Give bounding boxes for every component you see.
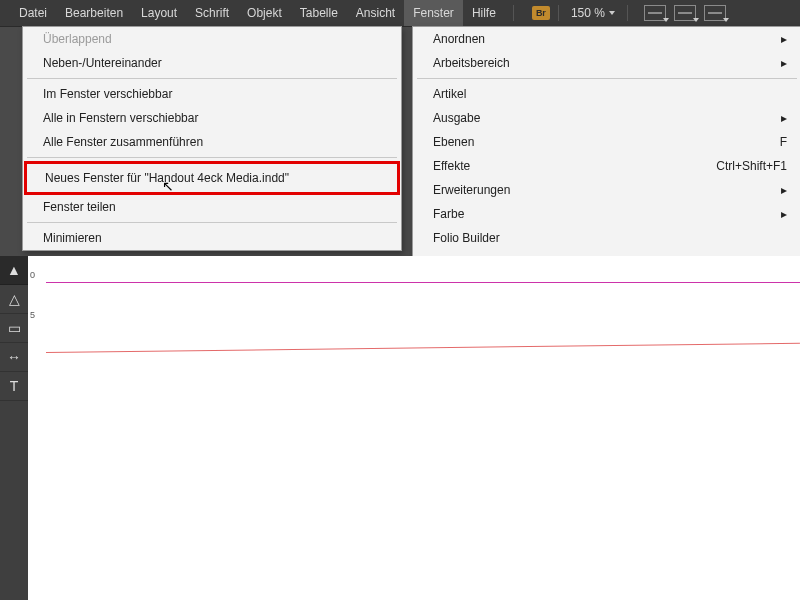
menu-ansicht[interactable]: Ansicht xyxy=(347,0,404,26)
zoom-dropdown[interactable]: 150 % xyxy=(567,6,619,20)
guide-line[interactable] xyxy=(46,282,800,283)
shortcut-text: Ctrl+Shift+F1 xyxy=(716,158,787,174)
menuitem-float-all[interactable]: Alle in Fenstern verschiebbar xyxy=(23,106,401,130)
menu-separator xyxy=(27,78,397,79)
menuitem-ausgabe[interactable]: Ausgabe▸ xyxy=(413,106,800,130)
menuitem-erweiterungen[interactable]: Erweiterungen▸ xyxy=(413,178,800,202)
menuitem-minimize[interactable]: Minimieren xyxy=(23,226,401,250)
path-line[interactable] xyxy=(46,343,800,353)
chevron-right-icon: ▸ xyxy=(781,182,787,198)
ruler-tick: 5 xyxy=(30,310,35,320)
page-tool-icon[interactable]: ▭ xyxy=(0,314,28,343)
menuitem-arbeitsbereich[interactable]: Arbeitsbereich▸ xyxy=(413,51,800,75)
menu-objekt[interactable]: Objekt xyxy=(238,0,291,26)
menuitem-artikel[interactable]: Artikel xyxy=(413,82,800,106)
menu-layout[interactable]: Layout xyxy=(132,0,186,26)
menubar-separator xyxy=(627,5,628,21)
menu-separator xyxy=(27,222,397,223)
gap-tool-icon[interactable]: ↔ xyxy=(0,343,28,372)
menu-hilfe[interactable]: Hilfe xyxy=(463,0,505,26)
document-canvas[interactable] xyxy=(46,274,800,600)
menu-tabelle[interactable]: Tabelle xyxy=(291,0,347,26)
menu-separator xyxy=(417,78,797,79)
menubar: Datei Bearbeiten Layout Schrift Objekt T… xyxy=(0,0,800,27)
menuitem-ebenen[interactable]: EbenenF xyxy=(413,130,800,154)
chevron-down-icon xyxy=(609,11,615,15)
chevron-right-icon: ▸ xyxy=(781,31,787,47)
menuitem-anordnen[interactable]: Anordnen▸ xyxy=(413,27,800,51)
zoom-value: 150 % xyxy=(571,6,605,20)
bridge-badge[interactable]: Br xyxy=(532,6,550,20)
menuitem-tile[interactable]: Neben-/Untereinander xyxy=(23,51,401,75)
menu-bearbeiten[interactable]: Bearbeiten xyxy=(56,0,132,26)
chevron-right-icon: ▸ xyxy=(781,206,787,222)
menu-fenster[interactable]: Fenster xyxy=(404,0,463,26)
menu-datei[interactable]: Datei xyxy=(10,0,56,26)
window-arrange-submenu: Überlappend Neben-/Untereinander Im Fens… xyxy=(22,26,402,251)
menuitem-farbe[interactable]: Farbe▸ xyxy=(413,202,800,226)
ruler-vertical[interactable]: 0 5 xyxy=(28,256,47,600)
view-mode-icon-3[interactable] xyxy=(704,5,726,21)
chevron-right-icon: ▸ xyxy=(781,55,787,71)
selection-tool-icon[interactable]: ▲ xyxy=(0,256,28,285)
menu-schrift[interactable]: Schrift xyxy=(186,0,238,26)
view-mode-icon-2[interactable] xyxy=(674,5,696,21)
menuitem-consolidate[interactable]: Alle Fenster zusammenführen xyxy=(23,130,401,154)
menuitem-effekte[interactable]: EffekteCtrl+Shift+F1 xyxy=(413,154,800,178)
tools-panel: ▲ △ ▭ ↔ T xyxy=(0,256,29,600)
menuitem-split-window[interactable]: Fenster teilen xyxy=(23,195,401,219)
menubar-separator xyxy=(558,5,559,21)
ruler-tick: 0 xyxy=(30,270,35,280)
menuitem-float-in-window[interactable]: Im Fenster verschiebbar xyxy=(23,82,401,106)
menuitem-new-window-for[interactable]: Neues Fenster für "Handout 4eck Media.in… xyxy=(24,161,400,195)
view-mode-icon-1[interactable] xyxy=(644,5,666,21)
ruler-horizontal[interactable] xyxy=(46,256,800,275)
menuitem-overlap[interactable]: Überlappend xyxy=(23,27,401,51)
menubar-separator xyxy=(513,5,514,21)
menuitem-folio-builder[interactable]: Folio Builder xyxy=(413,226,800,250)
chevron-right-icon: ▸ xyxy=(781,110,787,126)
direct-select-tool-icon[interactable]: △ xyxy=(0,285,28,314)
type-tool-icon[interactable]: T xyxy=(0,372,28,401)
menu-separator xyxy=(27,157,397,158)
shortcut-text: F xyxy=(780,134,787,150)
